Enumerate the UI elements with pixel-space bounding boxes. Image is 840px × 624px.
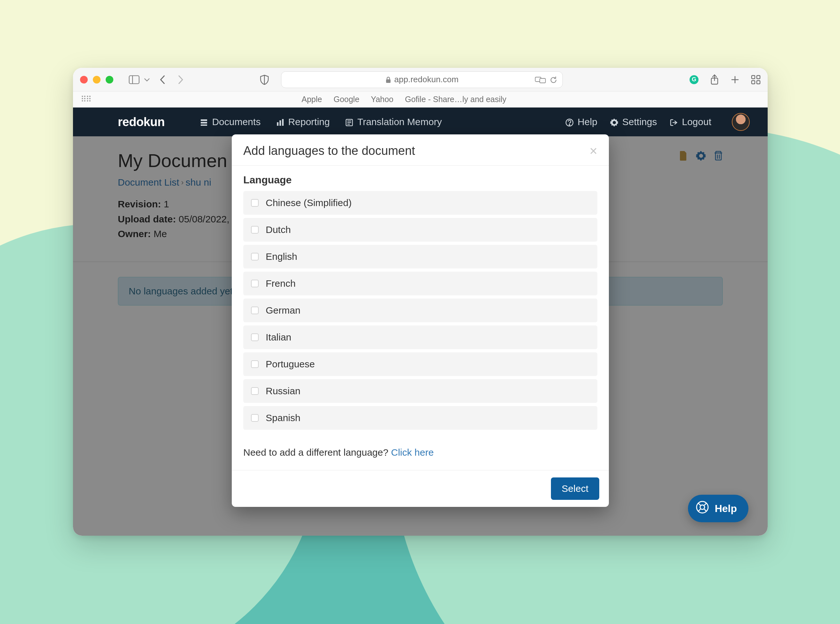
language-checkbox[interactable] (251, 387, 259, 395)
language-list: Chinese (Simplified)DutchEnglishFrenchGe… (243, 191, 597, 430)
language-name: Italian (266, 332, 291, 343)
nav-logout-label: Logout (682, 116, 711, 127)
svg-rect-14 (201, 119, 207, 121)
svg-line-32 (698, 503, 701, 505)
apps-grid-icon[interactable]: ⠿⠿ (80, 97, 91, 102)
language-option[interactable]: German (243, 298, 597, 322)
question-icon (565, 116, 574, 127)
bookmark-apple[interactable]: Apple (302, 95, 322, 104)
nav-help[interactable]: Help (565, 116, 597, 127)
close-icon[interactable]: × (589, 144, 597, 158)
privacy-shield-icon[interactable] (260, 74, 269, 85)
sidebar-toggle-icon[interactable] (129, 75, 139, 84)
language-option[interactable]: Portuguese (243, 352, 597, 376)
window-controls (80, 76, 113, 83)
language-option[interactable]: Italian (243, 326, 597, 349)
language-checkbox[interactable] (251, 307, 259, 314)
svg-rect-16 (201, 125, 207, 126)
bookmark-gofile[interactable]: Gofile - Share…ly and easily (405, 95, 506, 104)
share-icon[interactable] (710, 74, 719, 85)
language-option[interactable]: French (243, 272, 597, 295)
nav-documents[interactable]: Documents (200, 116, 261, 127)
browser-toolbar: app.redokun.com G (73, 68, 768, 91)
language-option[interactable]: Dutch (243, 218, 597, 242)
nav-settings[interactable]: Settings (610, 116, 657, 127)
bookmark-yahoo[interactable]: Yahoo (371, 95, 393, 104)
modal-footer: Select (232, 470, 609, 507)
logout-icon (670, 116, 678, 127)
svg-rect-17 (277, 122, 278, 126)
svg-rect-11 (757, 76, 760, 79)
svg-rect-13 (757, 80, 760, 84)
language-option[interactable]: Chinese (Simplified) (243, 191, 597, 215)
svg-rect-3 (386, 79, 391, 83)
language-checkbox[interactable] (251, 414, 259, 422)
language-checkbox[interactable] (251, 226, 259, 233)
language-checkbox[interactable] (251, 360, 259, 368)
language-option[interactable]: English (243, 245, 597, 269)
translate-icon[interactable] (535, 74, 546, 85)
svg-rect-12 (752, 80, 755, 84)
svg-line-33 (704, 503, 707, 505)
help-widget-label: Help (715, 503, 737, 514)
app-header: redokun Documents Reporting Translation … (73, 108, 768, 136)
language-name: German (266, 305, 300, 316)
svg-point-25 (569, 125, 570, 125)
svg-rect-15 (201, 122, 207, 124)
language-checkbox[interactable] (251, 280, 259, 287)
nav-settings-label: Settings (622, 116, 657, 127)
tab-overview-icon[interactable] (751, 75, 761, 85)
brand-logo[interactable]: redokun (118, 115, 164, 129)
book-icon (345, 116, 353, 127)
language-checkbox[interactable] (251, 253, 259, 261)
help-widget[interactable]: Help (688, 495, 749, 522)
documents-icon (200, 116, 208, 127)
gear-icon (610, 116, 619, 127)
help-link[interactable]: Click here (391, 447, 433, 457)
language-name: Portuguese (266, 359, 315, 369)
svg-rect-18 (280, 120, 281, 126)
bar-chart-icon (276, 116, 284, 127)
nav-tm-label: Translation Memory (357, 116, 442, 127)
nav-reporting-label: Reporting (288, 116, 330, 127)
primary-nav: Documents Reporting Translation Memory (200, 116, 442, 127)
window-close-button[interactable] (80, 76, 88, 83)
nav-help-label: Help (577, 116, 597, 127)
new-tab-icon[interactable] (730, 75, 739, 84)
language-name: Spanish (266, 412, 300, 423)
address-bar[interactable]: app.redokun.com (281, 71, 563, 88)
bookmark-google[interactable]: Google (334, 95, 359, 104)
back-button[interactable] (159, 75, 166, 85)
window-zoom-button[interactable] (106, 76, 113, 83)
svg-line-34 (698, 509, 701, 511)
svg-rect-0 (129, 76, 139, 83)
reload-icon[interactable] (550, 74, 557, 85)
browser-window: app.redokun.com G ⠿⠿ Ap (73, 68, 768, 536)
user-avatar[interactable] (732, 113, 750, 131)
language-checkbox[interactable] (251, 334, 259, 341)
svg-line-35 (704, 509, 707, 511)
nav-logout[interactable]: Logout (670, 116, 711, 127)
sidebar-dropdown-icon[interactable] (144, 78, 150, 82)
select-button[interactable]: Select (551, 477, 599, 500)
svg-rect-19 (282, 119, 284, 126)
url-text: app.redokun.com (394, 74, 459, 85)
language-option[interactable]: Spanish (243, 406, 597, 430)
window-minimize-button[interactable] (93, 76, 101, 83)
language-checkbox[interactable] (251, 199, 259, 207)
language-name: Russian (266, 386, 300, 397)
help-prefix: Need to add a different language? (243, 447, 391, 457)
nav-reporting[interactable]: Reporting (276, 116, 330, 127)
nav-documents-label: Documents (212, 116, 261, 127)
language-name: Chinese (Simplified) (266, 198, 351, 209)
grammarly-icon[interactable]: G (690, 75, 699, 84)
svg-point-31 (700, 505, 705, 510)
language-field-label: Language (243, 174, 597, 186)
svg-rect-5 (540, 79, 546, 83)
language-option[interactable]: Russian (243, 379, 597, 403)
lock-icon (385, 74, 391, 85)
forward-button[interactable] (177, 75, 184, 85)
svg-rect-10 (752, 76, 755, 79)
modal-title: Add languages to the document (243, 144, 415, 158)
nav-translation-memory[interactable]: Translation Memory (345, 116, 442, 127)
